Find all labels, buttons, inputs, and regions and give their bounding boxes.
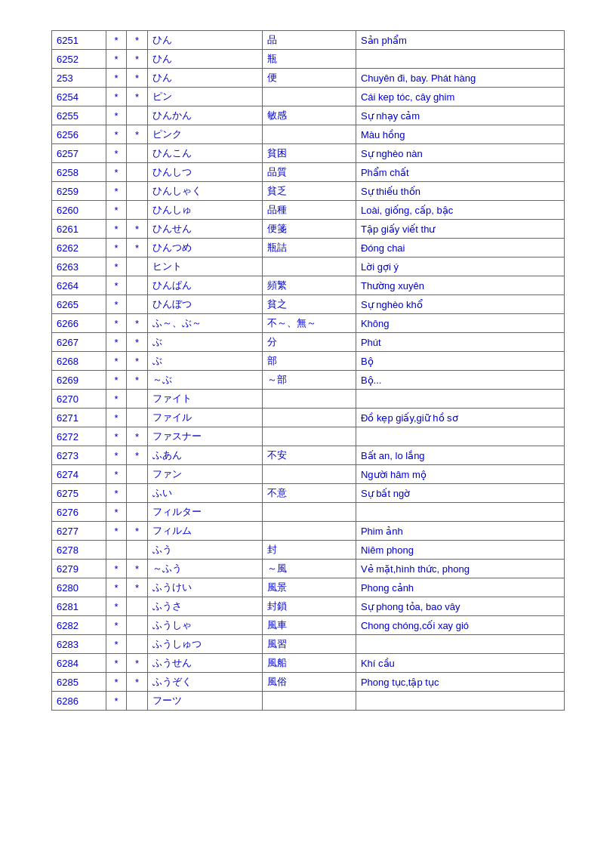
star2 — [127, 465, 148, 484]
kanji: 封 — [262, 541, 356, 560]
vietnamese: Chuyên đi, bay. Phát hàng — [356, 69, 564, 88]
table-row: 6283*ふうしゅつ風習 — [52, 635, 565, 654]
table-row: 6274*ファンNgười hâm mộ — [52, 465, 565, 484]
vietnamese: Phong tục,tập tục — [356, 673, 564, 692]
star2 — [127, 257, 148, 276]
vietnamese: Sự thiếu thốn — [356, 182, 564, 201]
kanji: 不安 — [262, 446, 356, 465]
table-row: 6279**～ふう～風Vẻ mặt,hình thức, phong — [52, 560, 565, 578]
kana: ピン — [147, 88, 262, 106]
kana: ひん — [147, 50, 262, 69]
row-id: 6262 — [52, 239, 106, 257]
table-row: 6272**ファスナー — [52, 427, 565, 446]
row-id: 6264 — [52, 276, 106, 295]
star2: * — [127, 446, 148, 465]
row-id: 6258 — [52, 163, 106, 182]
star1: * — [106, 654, 127, 673]
star2: * — [127, 31, 148, 50]
kanji: 風船 — [262, 654, 356, 673]
kanji: 敏感 — [262, 106, 356, 125]
kanji — [262, 692, 356, 711]
star1: * — [106, 106, 127, 125]
kana: ひんぼつ — [147, 295, 262, 314]
row-id: 6265 — [52, 295, 106, 314]
kanji: 品 — [262, 31, 356, 50]
vietnamese — [356, 635, 564, 654]
star2 — [127, 144, 148, 163]
table-row: 6269**～ぶ～部Bộ... — [52, 371, 565, 390]
star1: * — [106, 257, 127, 276]
kanji: ～部 — [262, 371, 356, 390]
kanji: 品質 — [262, 163, 356, 182]
table-row: 6270*ファイト — [52, 390, 565, 409]
star2 — [127, 201, 148, 220]
row-id: 6279 — [52, 560, 106, 578]
star1: * — [106, 352, 127, 371]
kana: ひんこん — [147, 144, 262, 163]
table-row: 6275*ふい不意Sự bất ngờ — [52, 484, 565, 503]
table-row: 6271*ファイルĐồ kẹp giấy,giữ hồ sơ — [52, 409, 565, 427]
star1: * — [106, 484, 127, 503]
kana: ひん — [147, 31, 262, 50]
star1: * — [106, 673, 127, 692]
kana: ふうしゃ — [147, 616, 262, 635]
table-row: 6255*ひんかん敏感Sự nhạy cảm — [52, 106, 565, 125]
kana: ファン — [147, 465, 262, 484]
vietnamese: Bất an, lo lắng — [356, 446, 564, 465]
vietnamese: Tập giấy viết thư — [356, 220, 564, 239]
star1: * — [106, 201, 127, 220]
star2 — [127, 163, 148, 182]
kana: ピンク — [147, 125, 262, 144]
kanji — [262, 503, 356, 522]
table-row: 6265*ひんぼつ貧之Sự nghèo khổ — [52, 295, 565, 314]
kanji — [262, 522, 356, 541]
star2 — [127, 692, 148, 711]
table-row: 6261**ひんせん便箋Tập giấy viết thư — [52, 220, 565, 239]
vietnamese: Sự bất ngờ — [356, 484, 564, 503]
star1: * — [106, 635, 127, 654]
row-id: 6285 — [52, 673, 106, 692]
star2 — [127, 295, 148, 314]
star2 — [127, 484, 148, 503]
table-row: 6266**ふ～、ぶ～不～、無～Không — [52, 314, 565, 333]
star2 — [127, 106, 148, 125]
star2: * — [127, 673, 148, 692]
kanji: 分 — [262, 333, 356, 352]
star2: * — [127, 371, 148, 390]
star1: * — [106, 446, 127, 465]
table-row: 6278ふう封Niêm phong — [52, 541, 565, 560]
row-id: 6252 — [52, 50, 106, 69]
kanji: 瓶 — [262, 50, 356, 69]
kana: ファイル — [147, 409, 262, 427]
table-row: 6264*ひんぱん頻繁Thường xuyên — [52, 276, 565, 295]
kanji: 風車 — [262, 616, 356, 635]
star1: * — [106, 465, 127, 484]
star1: * — [106, 144, 127, 163]
star1: * — [106, 69, 127, 88]
table-row: 6282*ふうしゃ風車Chong chóng,cối xay gió — [52, 616, 565, 635]
table-row: 253**ひん便Chuyên đi, bay. Phát hàng — [52, 69, 565, 88]
kana: ふうしゅつ — [147, 635, 262, 654]
kanji: 品種 — [262, 201, 356, 220]
vietnamese: Khí cầu — [356, 654, 564, 673]
star2 — [127, 390, 148, 409]
kana: フーツ — [147, 692, 262, 711]
kana: ひんしゅ — [147, 201, 262, 220]
kana: フィルター — [147, 503, 262, 522]
table-row: 6281*ふうさ封鎖Sự phong tỏa, bao vây — [52, 597, 565, 616]
row-id: 6255 — [52, 106, 106, 125]
kana: ファイト — [147, 390, 262, 409]
vietnamese — [356, 503, 564, 522]
table-row: 6252**ひん瓶 — [52, 50, 565, 69]
kanji: 不意 — [262, 484, 356, 503]
table-row: 6286*フーツ — [52, 692, 565, 711]
vietnamese — [356, 50, 564, 69]
star2 — [127, 635, 148, 654]
row-id: 6271 — [52, 409, 106, 427]
kanji — [262, 125, 356, 144]
vietnamese: Phút — [356, 333, 564, 352]
star1: * — [106, 88, 127, 106]
kanji: 貧乏 — [262, 182, 356, 201]
table-row: 6262**ひんつめ瓶詰Đóng chai — [52, 239, 565, 257]
table-row: 6277**フィルムPhim ảnh — [52, 522, 565, 541]
